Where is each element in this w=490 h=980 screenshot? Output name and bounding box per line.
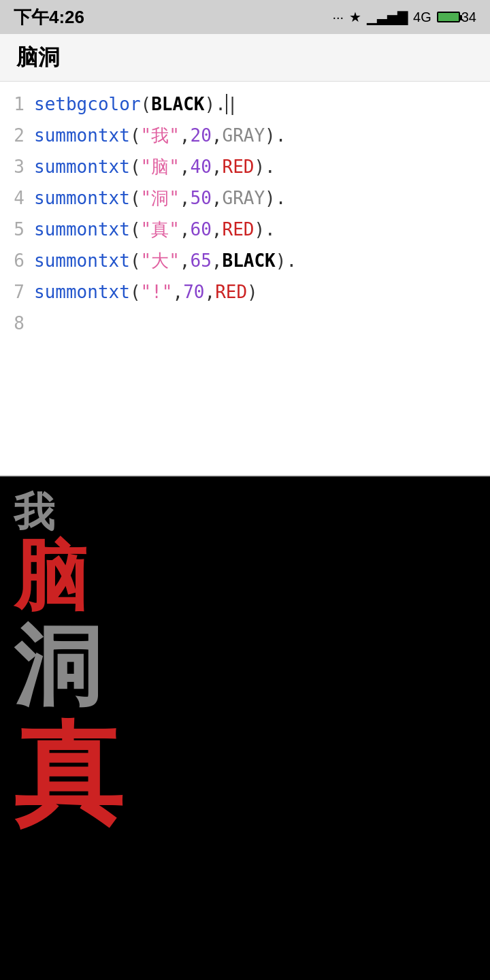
code-editor[interactable]: 1 setbgcolor(BLACK).| 2 summontxt("我",20…: [0, 82, 490, 476]
app-bar: 脑洞: [0, 34, 490, 82]
line-number-7: 7: [0, 282, 34, 302]
code-line-2: 2 summontxt("我",20,GRAY).: [0, 120, 490, 151]
status-time: 下午4:26: [14, 5, 84, 29]
bluetooth-icon: ★: [349, 9, 361, 25]
code-line-1: 1 setbgcolor(BLACK).|: [0, 88, 490, 120]
dots-icon: ···: [332, 10, 344, 25]
app-title: 脑洞: [16, 43, 60, 73]
code-line-6: 6 summontxt("大",65,BLACK).: [0, 245, 490, 276]
line-number-3: 3: [0, 157, 34, 177]
code-line-5: 5 summontxt("真",60,RED).: [0, 214, 490, 245]
line-content-2: summontxt("我",20,GRAY).: [34, 124, 286, 148]
line-content-1: setbgcolor(BLACK).|: [34, 94, 238, 114]
line-content-5: summontxt("真",60,RED).: [34, 218, 276, 242]
status-icons: ··· ★ ▁▃▅▇ 4G 34: [332, 9, 476, 25]
line-content-7: summontxt("!",70,RED): [34, 282, 258, 302]
signal-icon: ▁▃▅▇: [367, 9, 408, 25]
preview-area: 我 脑 洞 真: [0, 476, 490, 980]
code-line-8: 8: [0, 308, 490, 339]
line-content-6: summontxt("大",65,BLACK).: [34, 249, 297, 273]
preview-char-wo: 我: [14, 490, 476, 535]
line-number-5: 5: [0, 219, 34, 240]
line-number-2: 2: [0, 125, 34, 146]
preview-char-dong: 洞: [14, 617, 476, 715]
code-line-3: 3 summontxt("脑",40,RED).: [0, 151, 490, 182]
line-number-8: 8: [0, 313, 34, 333]
battery-icon: 34: [437, 10, 476, 25]
line-number-1: 1: [0, 94, 34, 114]
code-line-4: 4 summontxt("洞",50,GRAY).: [0, 182, 490, 214]
status-bar: 下午4:26 ··· ★ ▁▃▅▇ 4G 34: [0, 0, 490, 34]
line-number-6: 6: [0, 250, 34, 271]
preview-char-nao: 脑: [14, 535, 476, 617]
line-content-3: summontxt("脑",40,RED).: [34, 155, 276, 179]
line-number-4: 4: [0, 188, 34, 208]
line-content-4: summontxt("洞",50,GRAY).: [34, 186, 286, 210]
preview-char-zhen: 真: [14, 715, 476, 834]
network-type: 4G: [413, 10, 431, 25]
code-line-7: 7 summontxt("!",70,RED): [0, 276, 490, 308]
